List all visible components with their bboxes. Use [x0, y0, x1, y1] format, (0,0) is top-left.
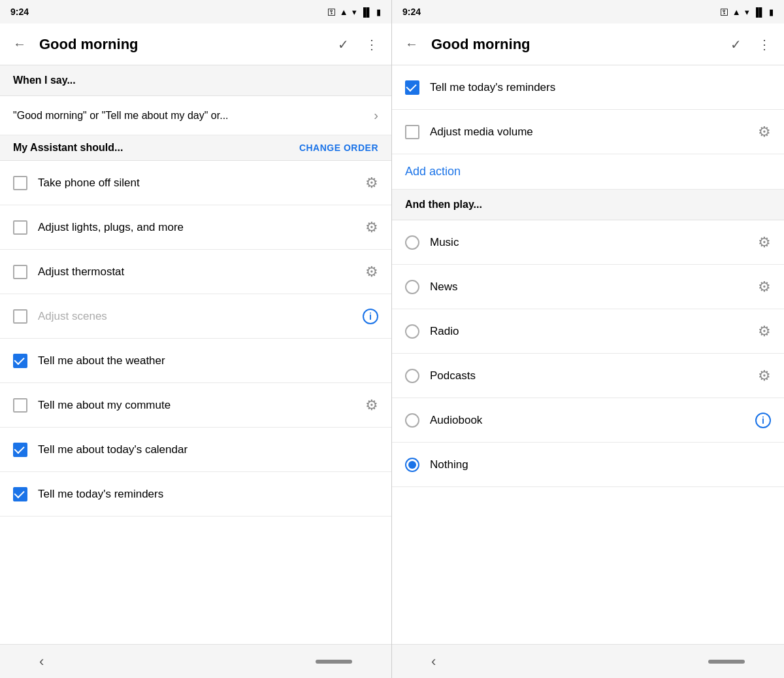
radio-podcasts[interactable]	[405, 369, 419, 383]
radio-nothing[interactable]	[405, 458, 419, 472]
left-status-icons: ⚿ ▲ ▾ ▐▌ ▮	[327, 7, 381, 17]
left-back-nav-button[interactable]: ‹	[39, 653, 44, 670]
label-adjust-media: Adjust media volume	[430, 126, 758, 139]
right-time: 9:24	[402, 7, 421, 17]
label-podcasts: Podcasts	[430, 369, 758, 382]
my-assistant-section: My Assistant should... CHANGE ORDER	[0, 135, 391, 161]
signal-icon: ▲	[340, 7, 348, 17]
label-nothing: Nothing	[430, 458, 771, 471]
gear-icon-music[interactable]: ⚙	[758, 234, 771, 251]
right-status-bar: 9:24 ⚿ ▲ ▾ ▐▌ ▮	[392, 0, 784, 24]
radio-news[interactable]	[405, 280, 419, 294]
right-signal-icon: ▲	[732, 7, 741, 17]
gear-icon-adjust-thermostat[interactable]: ⚙	[365, 263, 378, 280]
right-key-icon: ⚿	[720, 7, 728, 17]
info-icon-audiobook[interactable]: i	[755, 413, 771, 428]
list-item-tell-weather: Tell me about the weather	[0, 339, 391, 383]
left-more-button[interactable]: ⋮	[357, 30, 386, 59]
my-assistant-header: My Assistant should...	[13, 142, 123, 154]
right-back-nav-button[interactable]: ‹	[431, 653, 436, 670]
label-adjust-lights: Adjust lights, plugs, and more	[38, 221, 365, 234]
left-panel: 9:24 ⚿ ▲ ▾ ▐▌ ▮ ← Good morning ✓ ⋮ When …	[0, 0, 392, 678]
right-bars-icon: ▐▌	[753, 7, 765, 17]
key-icon: ⚿	[327, 7, 336, 17]
checkbox-tell-reminders-r[interactable]	[405, 80, 419, 95]
change-order-button[interactable]: CHANGE ORDER	[299, 143, 378, 153]
radio-item-music: Music ⚙	[392, 220, 784, 265]
label-news: News	[430, 280, 758, 294]
battery-icon: ▮	[376, 7, 381, 17]
gear-icon-adjust-media[interactable]: ⚙	[758, 124, 771, 141]
right-wifi-icon: ▾	[745, 7, 749, 17]
label-tell-reminders-r: Tell me today's reminders	[430, 81, 771, 94]
gear-icon-podcasts[interactable]: ⚙	[758, 367, 771, 384]
left-check-icon: ✓	[338, 37, 349, 52]
radio-item-radio: Radio ⚙	[392, 309, 784, 354]
left-time: 9:24	[10, 7, 29, 17]
and-then-play-header: And then play...	[392, 190, 784, 220]
left-home-pill[interactable]	[316, 660, 352, 664]
list-item-adjust-scenes: Adjust scenes i	[0, 294, 391, 339]
right-check-icon: ✓	[730, 37, 742, 52]
left-nav-bar: ‹	[0, 644, 391, 678]
checkbox-adjust-media[interactable]	[405, 125, 419, 139]
radio-radio[interactable]	[405, 324, 419, 339]
left-scroll-content: When I say... "Good morning" or "Tell me…	[0, 65, 391, 644]
left-toolbar: ← Good morning ✓ ⋮	[0, 24, 391, 65]
label-take-phone: Take phone off silent	[38, 177, 365, 190]
trigger-text: "Good morning" or "Tell me about my day"…	[13, 110, 374, 122]
checkbox-tell-calendar[interactable]	[13, 443, 27, 457]
add-action-label[interactable]: Add action	[405, 165, 461, 178]
checkbox-adjust-lights[interactable]	[13, 220, 27, 235]
gear-icon-news[interactable]: ⚙	[758, 279, 771, 296]
left-back-button[interactable]: ←	[5, 30, 34, 59]
right-more-button[interactable]: ⋮	[750, 30, 779, 59]
left-back-icon: ←	[13, 37, 26, 52]
right-nav-bar: ‹	[392, 644, 784, 678]
label-audiobook: Audiobook	[430, 414, 755, 427]
left-page-title: Good morning	[39, 36, 329, 53]
list-item-tell-commute: Tell me about my commute ⚙	[0, 383, 391, 428]
right-back-button[interactable]: ←	[397, 30, 426, 59]
label-tell-commute: Tell me about my commute	[38, 399, 365, 412]
checkbox-tell-commute[interactable]	[13, 398, 27, 413]
list-item-take-phone: Take phone off silent ⚙	[0, 161, 391, 205]
right-panel: 9:24 ⚿ ▲ ▾ ▐▌ ▮ ← Good morning ✓ ⋮ Tell …	[392, 0, 784, 678]
chevron-right-icon: ›	[374, 108, 378, 123]
checkbox-tell-reminders[interactable]	[13, 487, 27, 501]
right-page-title: Good morning	[431, 36, 721, 53]
gear-icon-tell-commute[interactable]: ⚙	[365, 397, 378, 414]
label-adjust-scenes: Adjust scenes	[38, 310, 363, 323]
bars-icon: ▐▌	[361, 7, 372, 17]
right-home-pill[interactable]	[708, 660, 745, 664]
right-scroll-content: Tell me today's reminders Adjust media v…	[392, 65, 784, 644]
right-back-icon: ←	[405, 37, 418, 52]
right-check-button[interactable]: ✓	[721, 30, 750, 59]
list-item-tell-reminders-r: Tell me today's reminders	[392, 65, 784, 110]
checkbox-take-phone[interactable]	[13, 176, 27, 190]
checkbox-adjust-thermostat[interactable]	[13, 265, 27, 279]
list-item-tell-calendar: Tell me about today's calendar	[0, 428, 391, 472]
info-icon-adjust-scenes[interactable]: i	[363, 309, 378, 324]
checkbox-tell-weather[interactable]	[13, 354, 27, 368]
radio-item-audiobook: Audiobook i	[392, 398, 784, 443]
label-tell-calendar: Tell me about today's calendar	[38, 443, 378, 456]
left-status-bar: 9:24 ⚿ ▲ ▾ ▐▌ ▮	[0, 0, 391, 24]
radio-item-nothing: Nothing	[392, 443, 784, 487]
gear-icon-take-phone[interactable]: ⚙	[365, 175, 378, 192]
when-i-say-header: When I say...	[0, 65, 391, 96]
radio-music[interactable]	[405, 235, 419, 250]
radio-audiobook[interactable]	[405, 413, 419, 428]
gear-icon-adjust-lights[interactable]: ⚙	[365, 219, 378, 236]
add-action-row[interactable]: Add action	[392, 154, 784, 190]
label-music: Music	[430, 236, 758, 249]
radio-item-news: News ⚙	[392, 265, 784, 309]
left-check-button[interactable]: ✓	[329, 30, 357, 59]
checkbox-adjust-scenes[interactable]	[13, 309, 27, 324]
label-adjust-thermostat: Adjust thermostat	[38, 265, 365, 279]
trigger-row[interactable]: "Good morning" or "Tell me about my day"…	[0, 96, 391, 135]
list-item-adjust-lights: Adjust lights, plugs, and more ⚙	[0, 205, 391, 250]
list-item-adjust-media: Adjust media volume ⚙	[392, 110, 784, 154]
left-more-icon: ⋮	[365, 37, 378, 52]
gear-icon-radio[interactable]: ⚙	[758, 323, 771, 340]
